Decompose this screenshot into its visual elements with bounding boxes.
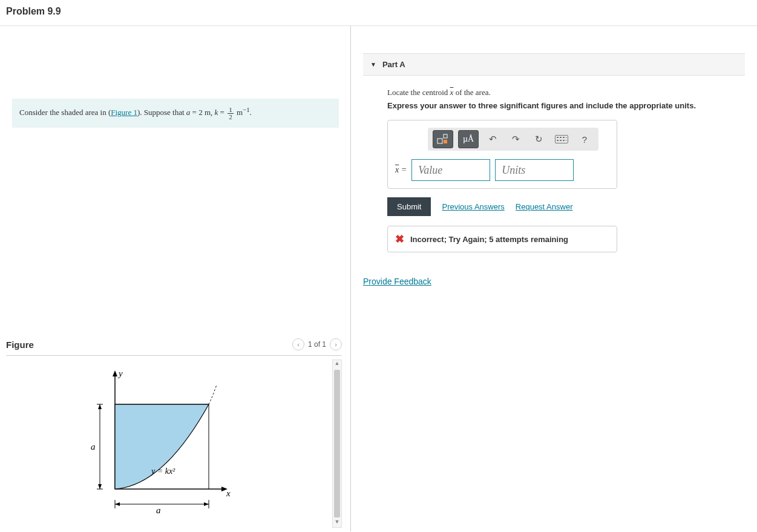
units-input[interactable] [495,159,574,181]
scroll-thumb[interactable] [334,370,340,517]
feedback-box: ✖ Incorrect; Try Again; 5 attempts remai… [387,226,617,252]
problem-statement: Consider the shaded area in (Figure 1). … [12,99,339,128]
intro-prefix: Consider the shaded area in ( [19,108,111,117]
scroll-down-icon[interactable]: ▼ [333,519,341,527]
svg-marker-10 [98,484,102,489]
svg-rect-17 [444,134,447,138]
figure-label: Figure [6,340,34,350]
value-input[interactable] [411,159,490,181]
submit-button[interactable]: Submit [387,197,431,216]
collapse-icon[interactable]: ▼ [370,61,376,68]
templates-icon[interactable] [433,130,453,148]
units-symbols-icon[interactable]: µÅ [458,130,479,148]
previous-answers-link[interactable]: Previous Answers [442,202,504,211]
provide-feedback-link[interactable]: Provide Feedback [363,277,431,286]
a-horizontal-label: a [156,505,161,515]
answer-variable-label: x = [395,165,407,175]
scroll-up-icon[interactable]: ▲ [333,360,341,369]
eq: = [218,108,226,117]
help-icon[interactable]: ? [575,131,594,148]
figure-pager-text: 1 of 1 [308,340,326,349]
keyboard-icon[interactable] [552,131,571,148]
part-label: Part A [382,60,405,69]
intro-suffix1: ). Suppose that [137,108,186,117]
svg-marker-14 [115,502,120,506]
y-axis-label: y [117,369,123,378]
feedback-text: Incorrect; Try Again; 5 attempts remaini… [410,235,568,244]
submit-row: Submit Previous Answers Request Answer [387,197,745,216]
request-answer-link[interactable]: Request Answer [516,202,573,211]
x-axis-label: x [226,488,231,498]
input-row: x = [395,159,609,181]
fraction: 12 [228,107,234,120]
exp: −1 [243,106,250,113]
figure-scrollbar[interactable]: ▲ ▼ [332,360,342,528]
answer-box: µÅ ↶ ↷ ↻ ? x = [387,120,617,189]
figure-link[interactable]: Figure 1 [111,108,137,117]
reset-icon[interactable]: ↻ [529,131,548,148]
undo-icon[interactable]: ↶ [483,131,502,148]
figure-body: y x a a y = kx² ▲ ▼ [6,356,342,531]
svg-rect-18 [444,140,447,143]
redo-icon[interactable]: ↷ [506,131,525,148]
figure-section: Figure ‹ 1 of 1 › [6,336,342,531]
unit-m: m [235,108,243,117]
problem-title: Problem 9.9 [6,6,751,17]
curve-label: y = kx² [150,467,175,476]
svg-marker-2 [113,370,117,376]
svg-rect-16 [437,139,442,143]
svg-marker-15 [204,502,209,506]
instr1-pre: Locate the centroid [387,88,450,97]
instr1-post: of the area. [453,88,490,97]
left-pane: Consider the shaded area in (Figure 1). … [0,26,351,531]
figure-prev-button[interactable]: ‹ [292,338,304,350]
figure-pager: ‹ 1 of 1 › [292,338,342,350]
part-header[interactable]: ▼ Part A [363,53,745,76]
frac-den: 2 [228,114,234,120]
instruction-2: Express your answer to three significant… [387,101,745,110]
right-pane: ▼ Part A Locate the centroid x of the ar… [351,26,757,531]
incorrect-icon: ✖ [395,232,404,246]
svg-marker-9 [98,404,102,409]
figure-svg: y x a a y = kx² [79,362,236,525]
var-a-val: = 2 m, [190,108,214,117]
instruction-1: Locate the centroid x of the area. [387,88,745,97]
a-vertical-label: a [91,442,96,452]
period: . [250,108,252,117]
figure-next-button[interactable]: › [330,338,342,350]
answer-toolbar: µÅ ↶ ↷ ↻ ? [428,128,598,151]
